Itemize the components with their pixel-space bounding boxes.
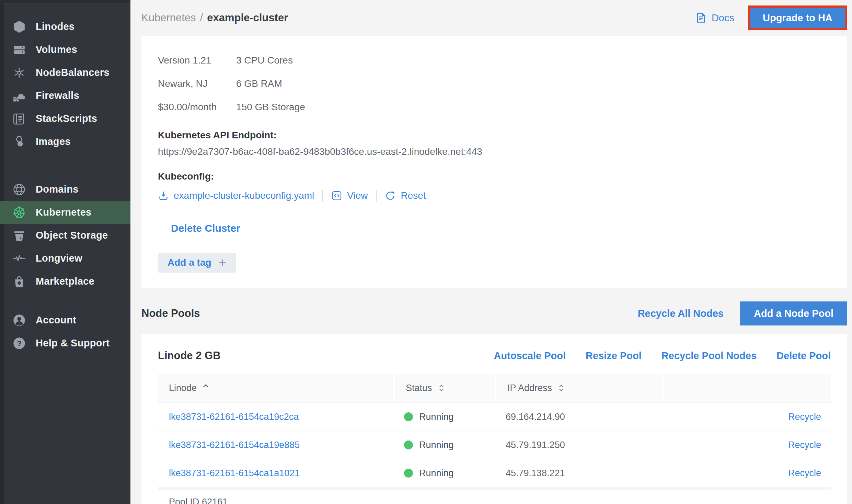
- help-icon: ?: [12, 336, 27, 351]
- add-node-pool-button[interactable]: Add a Node Pool: [740, 301, 847, 325]
- sidebar-item-label: Kubernetes: [36, 207, 92, 218]
- pool-header: Linode 2 GB Autoscale Pool Resize Pool R…: [158, 350, 831, 362]
- pulse-icon: [12, 251, 27, 266]
- kubernetes-icon: [12, 205, 27, 220]
- recycle-node-link[interactable]: Recycle: [788, 412, 821, 422]
- breadcrumb-root[interactable]: Kubernetes: [141, 12, 196, 24]
- delete-cluster-link[interactable]: Delete Cluster: [171, 222, 240, 234]
- plus-icon: +: [219, 256, 226, 269]
- sidebar-item-marketplace[interactable]: Marketplace: [0, 270, 130, 293]
- column-label: Status: [406, 383, 432, 393]
- kubeconfig-reset-link[interactable]: Reset: [385, 190, 426, 201]
- docs-link[interactable]: Docs: [695, 12, 734, 24]
- table-header-row: Linode Status IP Address: [158, 374, 831, 402]
- sidebar-item-volumes[interactable]: Volumes: [0, 38, 130, 61]
- kubeconfig-download-link[interactable]: example-cluster-kubeconfig.yaml: [158, 190, 314, 201]
- kubeconfig-file-name: example-cluster-kubeconfig.yaml: [174, 190, 314, 201]
- firewall-icon: [12, 88, 27, 103]
- bucket-icon: [12, 228, 27, 243]
- column-label: Linode: [169, 383, 197, 393]
- node-ip: 45.79.191.250: [506, 440, 565, 450]
- sort-asc-icon: [202, 382, 210, 390]
- summary-column-left: Version 1.21 Newark, NJ $30.00/month: [158, 49, 236, 119]
- node-link[interactable]: lke38731-62161-6154ca1a1021: [169, 468, 300, 478]
- sidebar-item-nodebalancers[interactable]: NodeBalancers: [0, 61, 130, 84]
- resize-pool-link[interactable]: Resize Pool: [586, 350, 642, 362]
- kubeconfig-view-link[interactable]: View: [331, 190, 368, 201]
- kubeconfig-row: example-cluster-kubeconfig.yaml View Res…: [158, 186, 831, 205]
- table-row: lke38731-62161-6154ca1a1021 Running 45.7…: [158, 459, 831, 487]
- marketplace-icon: [12, 274, 27, 289]
- pool-name: Linode 2 GB: [158, 350, 221, 362]
- account-icon: [12, 313, 27, 328]
- sidebar-item-account[interactable]: Account: [0, 309, 130, 332]
- sidebar-item-label: StackScripts: [36, 113, 97, 124]
- delete-pool-link[interactable]: Delete Pool: [776, 350, 831, 362]
- docs-label: Docs: [712, 12, 734, 24]
- sidebar-item-label: Domains: [36, 184, 79, 195]
- node-link[interactable]: lke38731-62161-6154ca19c2ca: [169, 412, 299, 422]
- sidebar-item-label: Longview: [36, 253, 82, 264]
- kubeconfig-label: Kubeconfig:: [158, 168, 831, 185]
- cluster-price: $30.00/month: [158, 95, 236, 119]
- sidebar-item-help-support[interactable]: ? Help & Support: [0, 332, 130, 355]
- reset-label: Reset: [401, 190, 426, 201]
- images-icon: [12, 134, 27, 149]
- view-label: View: [347, 190, 368, 201]
- pool-actions: Autoscale Pool Resize Pool Recycle Pool …: [494, 350, 831, 362]
- status-text: Running: [419, 468, 454, 479]
- stackscript-icon: [12, 111, 27, 126]
- sidebar-item-label: Volumes: [36, 44, 77, 55]
- column-header-linode[interactable]: Linode: [158, 374, 393, 402]
- breadcrumb: Kubernetes/example-cluster: [141, 12, 288, 24]
- recycle-all-nodes-link[interactable]: Recycle All Nodes: [638, 308, 724, 319]
- table-footer-row: Pool ID 62161: [158, 487, 831, 504]
- summary-columns: Version 1.21 Newark, NJ $30.00/month 3 C…: [158, 49, 831, 119]
- breadcrumb-separator: /: [200, 12, 203, 24]
- page-header: Kubernetes/example-cluster Docs Upgrade …: [141, 0, 847, 36]
- cluster-storage: 150 GB Storage: [236, 95, 305, 119]
- column-header-status[interactable]: Status: [393, 374, 495, 402]
- sidebar-item-longview[interactable]: Longview: [0, 247, 130, 270]
- sidebar-item-object-storage[interactable]: Object Storage: [0, 224, 130, 247]
- add-tag-button[interactable]: Add a tag +: [158, 253, 236, 273]
- recycle-node-link[interactable]: Recycle: [788, 440, 821, 450]
- sidebar-item-domains[interactable]: Domains: [0, 178, 130, 201]
- node-pool-table: Linode Status IP Address: [158, 374, 831, 504]
- autoscale-pool-link[interactable]: Autoscale Pool: [494, 350, 566, 362]
- reset-icon: [385, 190, 396, 201]
- sidebar-item-label: NodeBalancers: [36, 67, 110, 78]
- pool-id: Pool ID 62161: [158, 487, 831, 504]
- cluster-region: Newark, NJ: [158, 72, 236, 95]
- node-link[interactable]: lke38731-62161-6154ca19e885: [169, 440, 300, 450]
- node-pools-actions: Recycle All Nodes Add a Node Pool: [638, 301, 847, 325]
- volumes-icon: [12, 42, 27, 57]
- column-header-ip[interactable]: IP Address: [495, 374, 662, 402]
- sidebar-item-stackscripts[interactable]: StackScripts: [0, 107, 130, 130]
- cluster-version: Version 1.21: [158, 49, 236, 72]
- separator: [322, 190, 323, 202]
- api-endpoint-url: https://9e2a7307-b6ac-408f-ba62-9483b0b3…: [158, 144, 831, 160]
- node-pools-title: Node Pools: [141, 307, 200, 320]
- sidebar-nav: Linodes Volumes: [0, 0, 130, 355]
- recycle-pool-nodes-link[interactable]: Recycle Pool Nodes: [661, 350, 757, 362]
- sidebar-item-kubernetes[interactable]: Kubernetes: [0, 201, 130, 224]
- breadcrumb-current: example-cluster: [207, 12, 288, 24]
- recycle-node-link[interactable]: Recycle: [788, 468, 821, 478]
- sidebar-item-firewalls[interactable]: Firewalls: [0, 84, 130, 107]
- sidebar-item-label: Marketplace: [36, 276, 94, 287]
- sidebar-item-linodes[interactable]: Linodes: [0, 15, 130, 38]
- header-actions: Docs Upgrade to HA: [695, 5, 847, 30]
- sidebar-section-gap: [0, 153, 130, 178]
- annotation-highlight: Upgrade to HA: [748, 5, 847, 30]
- sort-icon: [437, 383, 446, 392]
- status-running-dot: [404, 440, 413, 449]
- sidebar-item-images[interactable]: Images: [0, 130, 130, 153]
- download-icon: [158, 190, 169, 201]
- main-content: Kubernetes/example-cluster Docs Upgrade …: [130, 0, 852, 504]
- sidebar: Linodes Volumes: [0, 0, 130, 504]
- sidebar-item-label: Linodes: [36, 21, 74, 32]
- table-row: lke38731-62161-6154ca19c2ca Running 69.1…: [158, 402, 831, 431]
- upgrade-to-ha-button[interactable]: Upgrade to HA: [750, 8, 845, 28]
- sidebar-item-label: Help & Support: [36, 337, 110, 349]
